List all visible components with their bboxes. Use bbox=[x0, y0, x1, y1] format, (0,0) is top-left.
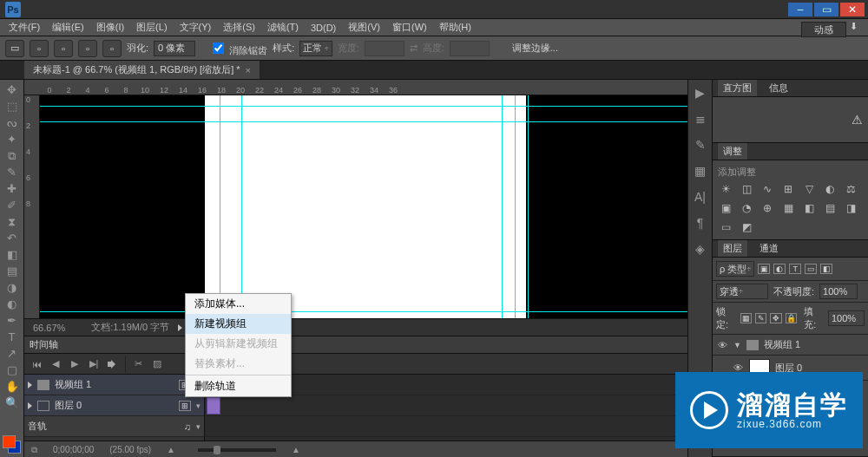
tl-first-frame-button[interactable]: ⏮ bbox=[28, 356, 45, 372]
filter-type-icon[interactable]: T bbox=[789, 264, 801, 274]
document-canvas[interactable] bbox=[40, 95, 687, 318]
menu-edit[interactable]: 编辑(E) bbox=[47, 19, 89, 36]
adj-bw-icon[interactable]: ▣ bbox=[718, 201, 733, 215]
tl-prev-frame-button[interactable]: ◀ bbox=[47, 356, 64, 372]
brush-icon[interactable]: ✎ bbox=[688, 135, 712, 154]
selection-subtract-icon[interactable]: ▫ bbox=[78, 40, 97, 57]
menu-file[interactable]: 文件(F) bbox=[3, 19, 45, 36]
adj-balance-icon[interactable]: ⚖ bbox=[843, 182, 858, 196]
adjustments-tab[interactable]: 调整 bbox=[718, 143, 747, 160]
window-close-button[interactable]: ✕ bbox=[840, 3, 865, 16]
doc-info-flyout-icon[interactable] bbox=[178, 324, 182, 331]
cmenu-add-media[interactable]: 添加媒体... bbox=[186, 294, 291, 314]
tl-play-button[interactable]: ▶ bbox=[66, 356, 83, 372]
history-icon[interactable]: ≣ bbox=[688, 109, 712, 128]
brush-tool-icon[interactable]: ✐ bbox=[0, 197, 23, 213]
tl-time-display[interactable]: 0;00;00;00 bbox=[53, 445, 94, 454]
zoom-level[interactable]: 66.67% bbox=[33, 323, 65, 333]
filter-adjustment-icon[interactable]: ◐ bbox=[773, 264, 786, 274]
tl-split-button[interactable]: ✂ bbox=[129, 356, 147, 372]
guide-line[interactable] bbox=[220, 95, 220, 318]
adj-posterize-icon[interactable]: ▤ bbox=[822, 201, 838, 215]
lock-transparency-icon[interactable]: ▦ bbox=[740, 313, 752, 323]
histogram-tab[interactable]: 直方图 bbox=[718, 80, 757, 96]
adj-hue-icon[interactable]: ◐ bbox=[822, 182, 838, 196]
channels-tab[interactable]: 通道 bbox=[754, 240, 784, 257]
expand-icon[interactable] bbox=[28, 402, 32, 409]
style-dropdown[interactable]: 正常 ÷ bbox=[299, 41, 332, 56]
zoom-tool-icon[interactable]: 🔍 bbox=[0, 395, 23, 411]
fill-input[interactable]: 100% bbox=[828, 310, 865, 326]
window-minimize-button[interactable]: – bbox=[788, 3, 812, 16]
crop-tool-icon[interactable]: ⧉ bbox=[0, 147, 23, 164]
tl-track-video-group[interactable]: 视频组 1 ⊞ ▾ bbox=[24, 375, 204, 395]
guide-line[interactable] bbox=[502, 95, 503, 318]
lock-all-icon[interactable]: 🔒 bbox=[786, 313, 797, 323]
warning-icon[interactable]: ⚠ bbox=[852, 113, 863, 127]
marquee-tool-icon[interactable]: ▭ bbox=[5, 40, 24, 57]
gradient-tool-icon[interactable]: ▤ bbox=[0, 263, 23, 279]
menu-select[interactable]: 选择(S) bbox=[218, 19, 260, 36]
tl-zoom-slider[interactable] bbox=[198, 448, 276, 452]
tl-fps-display[interactable]: (25.00 fps) bbox=[109, 445, 151, 454]
doc-info[interactable]: 文档:1.19M/0 字节 bbox=[91, 321, 169, 334]
timeline-clip[interactable] bbox=[207, 397, 220, 415]
canvas-area[interactable]: 0 2 4 6 8 10 12 14 16 18 20 22 24 26 28 … bbox=[24, 80, 687, 318]
selection-add-icon[interactable]: ▫ bbox=[54, 40, 73, 57]
layer-filter-dropdown[interactable]: ρ 类型 ÷ bbox=[716, 261, 754, 277]
swatches-icon[interactable]: ▦ bbox=[688, 161, 712, 180]
menu-3d[interactable]: 3D(D) bbox=[306, 21, 341, 35]
tl-track-audio[interactable]: 音轨 ♫ ▾ bbox=[24, 416, 204, 437]
shape-tool-icon[interactable]: ▢ bbox=[0, 362, 23, 378]
lock-pixels-icon[interactable]: ✎ bbox=[755, 313, 766, 323]
filter-shape-icon[interactable]: ▭ bbox=[805, 264, 817, 274]
color-swatches[interactable] bbox=[0, 433, 24, 457]
expand-icon[interactable] bbox=[28, 382, 32, 388]
cmenu-delete-track[interactable]: 删除轨道 bbox=[186, 376, 291, 396]
menu-view[interactable]: 视图(V) bbox=[343, 19, 385, 36]
marquee-tool-icon[interactable]: ⬚ bbox=[0, 98, 23, 114]
guide-line[interactable] bbox=[40, 311, 687, 312]
paragraph-icon[interactable]: ¶ bbox=[688, 213, 712, 232]
anti-alias-check-input[interactable] bbox=[213, 42, 224, 54]
guide-line[interactable] bbox=[528, 95, 529, 318]
ruler-horizontal[interactable]: 0 2 4 6 8 10 12 14 16 18 20 22 24 26 28 … bbox=[24, 80, 687, 95]
tl-transition-button[interactable]: ▨ bbox=[148, 356, 166, 372]
adj-mixer-icon[interactable]: ⊕ bbox=[760, 201, 775, 215]
lasso-tool-icon[interactable]: ᔓ bbox=[0, 114, 23, 131]
track-add-media-icon[interactable]: ⊞ bbox=[179, 401, 191, 411]
move-tool-icon[interactable]: ✥ bbox=[0, 82, 23, 98]
adj-levels-icon[interactable]: ◫ bbox=[739, 182, 754, 196]
info-tab[interactable]: 信息 bbox=[764, 80, 793, 96]
stamp-tool-icon[interactable]: ⧗ bbox=[0, 213, 23, 230]
guide-line[interactable] bbox=[40, 121, 687, 122]
opacity-input[interactable]: 100% bbox=[819, 284, 858, 299]
timeline-tab[interactable]: 时间轴 bbox=[30, 338, 58, 351]
char-icon[interactable]: A| bbox=[688, 187, 712, 206]
wand-tool-icon[interactable]: ✦ bbox=[0, 131, 23, 147]
adj-selective-icon[interactable]: ◩ bbox=[739, 220, 754, 234]
blur-tool-icon[interactable]: ◑ bbox=[0, 279, 23, 296]
menu-window[interactable]: 窗口(W) bbox=[387, 19, 432, 36]
blend-mode-dropdown[interactable]: 穿透 ÷ bbox=[716, 284, 768, 299]
layers-tab[interactable]: 图层 bbox=[718, 240, 747, 257]
group-expand-icon[interactable]: ▼ bbox=[733, 341, 741, 349]
ruler-vertical[interactable]: 0 2 4 6 8 bbox=[24, 95, 40, 318]
menu-image[interactable]: 图像(I) bbox=[91, 19, 129, 36]
selection-intersect-icon[interactable]: ▫ bbox=[102, 40, 122, 57]
anti-alias-checkbox[interactable]: 消除锯齿 bbox=[209, 40, 267, 57]
workspace-select[interactable]: 动感 bbox=[801, 22, 846, 37]
eraser-tool-icon[interactable]: ◧ bbox=[0, 246, 23, 263]
3d-icon[interactable]: ◈ bbox=[688, 239, 712, 258]
pen-tool-icon[interactable]: ✒ bbox=[0, 312, 23, 329]
filter-pixel-icon[interactable]: ▣ bbox=[758, 264, 770, 274]
guide-line[interactable] bbox=[241, 95, 242, 318]
dodge-tool-icon[interactable]: ◐ bbox=[0, 296, 23, 312]
feather-input[interactable]: 0 像素 bbox=[154, 41, 195, 56]
document-tab-close-icon[interactable]: × bbox=[246, 65, 251, 75]
adj-vibrance-icon[interactable]: ▽ bbox=[801, 182, 817, 196]
tl-zoom-in-icon[interactable]: ▲ bbox=[292, 445, 300, 454]
adj-invert-icon[interactable]: ◧ bbox=[801, 201, 817, 215]
heal-tool-icon[interactable]: ✚ bbox=[0, 180, 23, 197]
menu-type[interactable]: 文字(Y) bbox=[174, 19, 217, 36]
